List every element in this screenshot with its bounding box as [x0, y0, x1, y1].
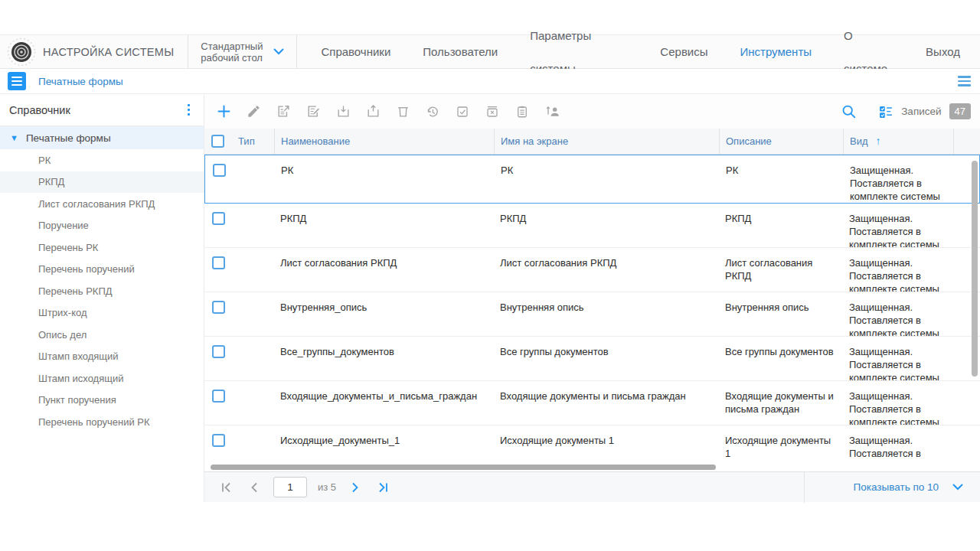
app-title: НАСТРОЙКА СИСТЕМЫ — [43, 46, 188, 58]
chevron-down-icon — [952, 484, 963, 491]
sidebar-item-poruchenie[interactable]: Поручение — [0, 215, 204, 237]
sidebar-item-list-soglasovaniya[interactable]: Лист согласования РКПД — [0, 193, 204, 215]
app-window: НАСТРОЙКА СИСТЕМЫ Стандартный рабочий ст… — [0, 0, 980, 551]
sidebar-item-perechen-porucheniy[interactable]: Перечень поручений — [0, 259, 204, 281]
clipboard-icon — [515, 105, 529, 119]
select-all-checkbox[interactable] — [211, 135, 224, 148]
sidebar-item-perechen-rk[interactable]: Перечень РК — [0, 236, 204, 259]
page-number-input[interactable] — [273, 477, 307, 497]
column-header-screen-name[interactable]: Имя на экране — [494, 129, 719, 155]
pencil-icon — [247, 104, 261, 119]
prev-page-button[interactable] — [246, 479, 263, 496]
table-header: Тип Наименование Имя на экране Описание … — [204, 129, 980, 155]
tree-node-printed-forms[interactable]: ▼ Печатные формы — [0, 126, 204, 149]
sidebar-title: Справочник — [9, 104, 70, 116]
menu-item-services[interactable]: Сервисы — [644, 35, 724, 68]
row-checkbox[interactable] — [212, 212, 225, 225]
search-button[interactable] — [838, 102, 858, 122]
sidebar-item-shtrih-kod[interactable]: Штрих-код — [0, 302, 204, 324]
edit-record-button[interactable] — [303, 102, 323, 122]
sidebar-kebab-menu[interactable] — [183, 101, 195, 119]
approve-button[interactable] — [452, 102, 472, 122]
table-row[interactable]: РК РК РК Защищенная. Поставляется в комп… — [204, 155, 980, 204]
menu-item-tools[interactable]: Инструменты — [724, 35, 828, 68]
menu-item-directories[interactable]: Справочники — [305, 35, 407, 68]
history-button[interactable] — [423, 102, 443, 122]
pagination-bar: из 5 Показывать по 10 — [204, 471, 980, 502]
import-button[interactable] — [333, 102, 353, 122]
top-header-bar: НАСТРОЙКА СИСТЕМЫ Стандартный рабочий ст… — [0, 34, 980, 69]
sidebar-item-shtamp-ishod[interactable]: Штамп исходящий — [0, 367, 204, 390]
clipboard-list-button[interactable] — [512, 102, 532, 122]
desktop-selector-line1: Стандартный — [201, 41, 263, 52]
logout-button[interactable]: Выход — [910, 35, 980, 68]
sort-ascending-icon[interactable]: ↑ — [876, 135, 881, 148]
import-icon — [336, 104, 351, 119]
delete-button[interactable] — [393, 102, 413, 122]
hamburger-icon — [11, 77, 22, 86]
users-sort-icon — [544, 104, 560, 119]
open-record-button[interactable] — [273, 102, 293, 122]
breadcrumb-bar: Печатные формы — [0, 69, 980, 94]
edit-button[interactable] — [243, 102, 263, 122]
sidebar-item-shtamp-vhod[interactable]: Штамп входящий — [0, 346, 204, 368]
x-square-icon — [485, 105, 499, 119]
horizontal-scrollbar[interactable] — [211, 465, 716, 470]
chevron-down-icon — [273, 48, 284, 55]
sidebar-item-punkt-porucheniya[interactable]: Пункт поручения — [0, 390, 204, 412]
assign-users-button[interactable] — [542, 102, 562, 122]
document-edit-icon — [306, 104, 321, 119]
search-icon — [841, 103, 857, 119]
records-filter-icon[interactable] — [878, 104, 893, 119]
desktop-selector-line2: рабочий стол — [201, 52, 263, 64]
export-icon — [366, 104, 381, 119]
sidebar-item-opis-del[interactable]: Опись дел — [0, 324, 204, 346]
chevron-left-icon — [249, 481, 260, 494]
row-checkbox[interactable] — [212, 434, 225, 447]
reject-button[interactable] — [482, 102, 502, 122]
table-row[interactable]: Все_группы_документов Все группы докумен… — [204, 337, 980, 381]
table-row[interactable]: Внутренняя_опись Внутренняя опись Внутре… — [204, 292, 980, 337]
sidebar-item-rkpd[interactable]: РКПД — [0, 171, 204, 194]
sidebar-item-rk[interactable]: РК — [0, 149, 204, 171]
history-icon — [425, 104, 440, 119]
breadcrumb[interactable]: Печатные формы — [38, 76, 123, 87]
row-checkbox[interactable] — [213, 164, 226, 177]
first-page-button[interactable] — [218, 479, 235, 496]
menu-item-users[interactable]: Пользователи — [407, 35, 514, 68]
column-header-kind[interactable]: Вид ↑ — [843, 129, 953, 155]
last-page-button[interactable] — [374, 479, 391, 496]
panel-menu-button[interactable] — [958, 76, 971, 86]
sidebar: Справочник ▼ Печатные формы РК РКПД Лист… — [0, 94, 204, 502]
table-row[interactable]: Исходящие_документы_1 Исходящие документ… — [204, 425, 980, 463]
row-checkbox[interactable] — [212, 345, 225, 358]
column-header-name[interactable]: Наименование — [274, 129, 494, 155]
table-row[interactable]: Лист согласования РКПД Лист согласования… — [204, 248, 980, 292]
page-of-label: из 5 — [318, 481, 336, 493]
app-logo — [0, 37, 43, 67]
sidebar-item-perechen-porucheniy-rk[interactable]: Перечень поручений РК — [0, 411, 204, 433]
emblem-icon — [7, 37, 36, 67]
document-open-icon — [276, 104, 291, 119]
export-button[interactable] — [363, 102, 383, 122]
vertical-scrollbar[interactable] — [972, 161, 978, 377]
chevron-right-icon — [350, 481, 361, 494]
next-page-button[interactable] — [347, 479, 364, 496]
sidebar-toggle-button[interactable] — [8, 72, 26, 90]
records-count-badge: 47 — [949, 103, 971, 119]
column-header-extra — [953, 129, 980, 155]
table-body: РК РК РК Защищенная. Поставляется в комп… — [204, 155, 980, 463]
column-header-type[interactable]: Тип — [232, 135, 274, 148]
column-header-description[interactable]: Описание — [719, 129, 843, 155]
row-checkbox[interactable] — [212, 390, 225, 403]
add-button[interactable] — [214, 102, 234, 122]
sidebar-item-perechen-rkpd[interactable]: Перечень РКПД — [0, 280, 204, 302]
desktop-selector[interactable]: Стандартный рабочий стол — [188, 35, 297, 68]
table-row[interactable]: РКПД РКПД РКПД Защищенная. Поставляется … — [204, 204, 980, 248]
tree-expand-icon[interactable]: ▼ — [10, 134, 18, 142]
row-checkbox[interactable] — [212, 301, 225, 314]
main-panel: Записей 47 Тип Наименование Имя на экран… — [204, 94, 980, 502]
page-size-selector[interactable]: Показывать по 10 — [804, 472, 980, 503]
table-row[interactable]: Входящие_документы_и_письма_граждан Вход… — [204, 381, 980, 425]
row-checkbox[interactable] — [212, 256, 225, 269]
